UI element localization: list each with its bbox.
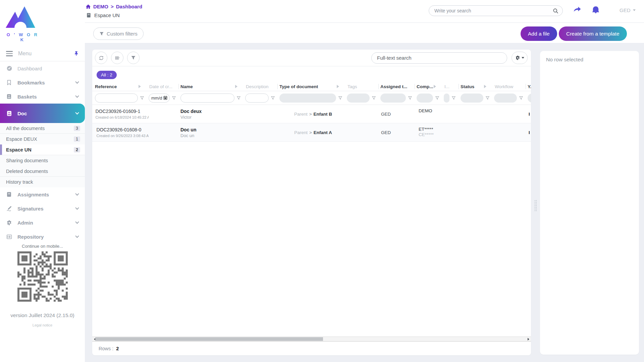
table-row[interactable]: w DOC230926-01609-1 Created on 6/18/2024… bbox=[92, 105, 531, 123]
chevron-down-icon bbox=[75, 206, 79, 209]
table-settings-button[interactable] bbox=[512, 52, 528, 64]
fulltext-search-input[interactable] bbox=[372, 53, 507, 63]
all-count-badge[interactable]: All : 2 bbox=[97, 71, 117, 79]
filter-button[interactable] bbox=[127, 52, 140, 64]
tags-filter-select[interactable] bbox=[347, 94, 370, 103]
column-header-status[interactable]: Status bbox=[461, 82, 494, 91]
share-icon[interactable] bbox=[573, 6, 581, 15]
submenu-espace-deux[interactable]: Espace DEUX 1 bbox=[0, 134, 85, 144]
columns-button[interactable] bbox=[111, 52, 123, 64]
calendar-icon[interactable] bbox=[163, 96, 167, 100]
submenu-history-track[interactable]: History track bbox=[0, 177, 85, 187]
column-header-type[interactable]: Type of document bbox=[279, 82, 347, 91]
space-name: Espace UN bbox=[94, 12, 120, 18]
name-filter-input[interactable] bbox=[180, 94, 234, 103]
sidebar-item-bookmarks[interactable]: Bookmarks bbox=[0, 75, 85, 89]
funnel-icon[interactable] bbox=[338, 96, 342, 100]
workflow-filter-select[interactable] bbox=[494, 94, 517, 103]
column-header-assigned[interactable]: Assigned t... bbox=[380, 82, 417, 91]
submenu-deleted-documents[interactable]: Deleted documents bbox=[0, 166, 85, 177]
sidebar-item-repository[interactable]: Repository bbox=[0, 230, 85, 244]
funnel-icon[interactable] bbox=[172, 96, 176, 100]
cell-description bbox=[245, 123, 279, 141]
filter-cell-y bbox=[528, 94, 531, 103]
funnel-icon[interactable] bbox=[451, 96, 456, 100]
sidebar-item-baskets[interactable]: Baskets bbox=[0, 89, 85, 104]
create-from-template-button[interactable]: Create from a template bbox=[559, 26, 627, 41]
sidebar-item-doc[interactable]: Doc bbox=[0, 104, 85, 123]
breadcrumb-current[interactable]: Dashboard bbox=[116, 4, 142, 9]
expand-arrow-icon[interactable] bbox=[235, 85, 239, 88]
description-filter-input[interactable] bbox=[245, 94, 269, 103]
table-toolbar bbox=[92, 50, 531, 66]
empty-selection-message: No row selected bbox=[546, 57, 633, 63]
space-title: Espace UN bbox=[86, 12, 120, 18]
column-header-tags[interactable]: Tags bbox=[347, 82, 380, 91]
horizontal-scrollbar[interactable] bbox=[92, 337, 531, 342]
funnel-icon[interactable] bbox=[271, 96, 275, 100]
column-header-reference[interactable]: Reference bbox=[95, 82, 149, 91]
journal-icon bbox=[6, 111, 12, 116]
add-file-button[interactable]: Add a file bbox=[521, 26, 557, 41]
journal-icon bbox=[6, 94, 12, 99]
sidebar-item-label: Signatures bbox=[17, 206, 71, 212]
resize-handle[interactable] bbox=[534, 200, 537, 212]
card-list-icon bbox=[6, 234, 12, 240]
i-filter-select[interactable] bbox=[444, 94, 449, 103]
bell-icon[interactable] bbox=[592, 6, 599, 15]
company-filter-select[interactable] bbox=[417, 94, 433, 103]
sidebar-item-assignments[interactable]: Assignments bbox=[0, 187, 85, 201]
menu-header: Menu bbox=[0, 46, 85, 61]
legal-notice-link[interactable]: Legal notice bbox=[0, 323, 85, 327]
chevron-down-icon bbox=[75, 220, 79, 224]
expand-arrow-icon[interactable] bbox=[337, 85, 341, 88]
custom-filters-button[interactable]: Custom filters bbox=[93, 27, 144, 40]
column-header-description[interactable]: Description bbox=[245, 82, 279, 91]
table-empty-space bbox=[92, 142, 531, 337]
status-filter-select[interactable] bbox=[461, 94, 483, 103]
column-header-y[interactable]: Y... bbox=[528, 82, 531, 91]
scrollbar-thumb[interactable] bbox=[95, 337, 323, 341]
funnel-icon[interactable] bbox=[408, 96, 412, 100]
refresh-button[interactable] bbox=[95, 52, 107, 64]
funnel-icon[interactable] bbox=[435, 96, 439, 100]
expand-arrow-icon[interactable] bbox=[434, 85, 438, 88]
submenu-sharing-documents[interactable]: Sharing documents bbox=[0, 155, 85, 166]
home-icon[interactable] bbox=[86, 4, 91, 9]
sidebar-item-admin[interactable]: Admin bbox=[0, 216, 85, 230]
journal-icon bbox=[6, 192, 12, 197]
submenu-all-documents[interactable]: All the documents 3 bbox=[0, 123, 85, 134]
hamburger-icon[interactable] bbox=[6, 51, 13, 56]
funnel-icon[interactable] bbox=[372, 96, 376, 100]
global-search-input[interactable] bbox=[429, 6, 562, 16]
expand-arrow-icon[interactable] bbox=[139, 85, 143, 88]
scroll-right-arrow-icon[interactable] bbox=[528, 338, 531, 341]
book-icon bbox=[86, 13, 91, 18]
column-header-i[interactable]: I... bbox=[444, 82, 461, 91]
type-filter-select[interactable] bbox=[279, 94, 336, 103]
column-header-date[interactable]: Date of cr... bbox=[149, 82, 180, 91]
funnel-icon[interactable] bbox=[140, 96, 144, 100]
search-icon[interactable] bbox=[553, 8, 558, 15]
pin-icon[interactable] bbox=[74, 51, 79, 56]
funnel-icon[interactable] bbox=[236, 96, 241, 100]
table-row[interactable]: A DOC230926-01608-0 Created on 9/26/2023… bbox=[92, 123, 531, 142]
filter-cell-company bbox=[417, 94, 444, 103]
type-parent: Parent bbox=[294, 112, 308, 117]
user-menu[interactable]: GED bbox=[620, 7, 636, 13]
y-filter-select[interactable] bbox=[528, 94, 531, 103]
assigned-filter-select[interactable] bbox=[380, 94, 406, 103]
date-filter-input[interactable]: mm/d bbox=[149, 94, 170, 103]
detail-panel: No row selected bbox=[540, 51, 639, 355]
submenu-espace-un[interactable]: Espace UN 2 bbox=[0, 144, 85, 155]
sidebar-item-dashboard[interactable]: Dashboard bbox=[0, 61, 85, 75]
column-header-company[interactable]: Comp... bbox=[417, 82, 444, 91]
funnel-icon[interactable] bbox=[485, 96, 490, 100]
funnel-icon[interactable] bbox=[519, 96, 523, 100]
sidebar-item-signatures[interactable]: Signatures bbox=[0, 201, 85, 216]
reference-filter-input[interactable] bbox=[95, 94, 138, 103]
column-header-name[interactable]: Name bbox=[180, 82, 245, 91]
breadcrumb-root[interactable]: DEMO bbox=[93, 4, 108, 9]
expand-arrow-icon[interactable] bbox=[484, 85, 488, 88]
column-header-workflow[interactable]: Workflow bbox=[494, 82, 528, 91]
